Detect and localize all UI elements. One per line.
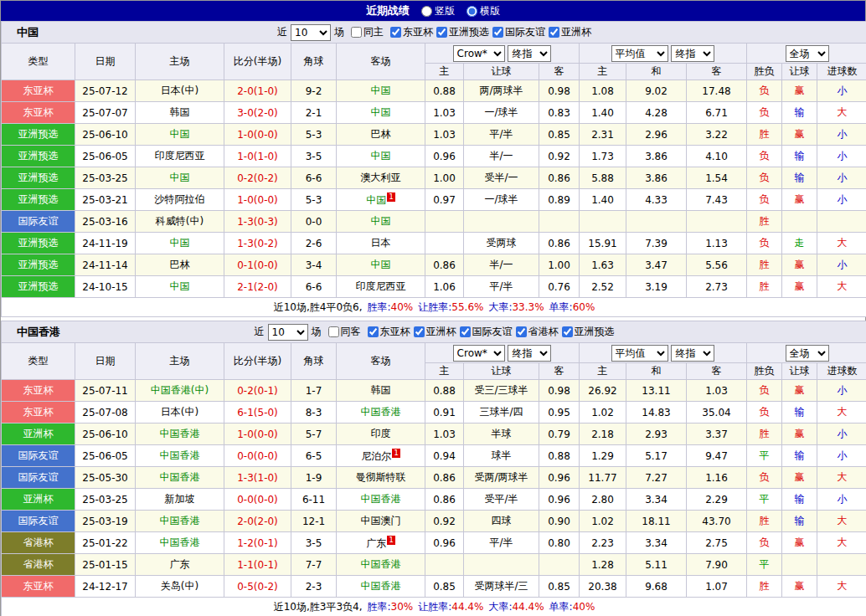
cell-euro-home: 15.91 — [580, 233, 626, 254]
games-count-select[interactable]: 10 — [291, 24, 331, 41]
recent-results-panel: 近期战绩 竖版 横版 中国 近 10 — [0, 0, 866, 616]
col-home: 主场 — [136, 343, 224, 380]
average-odds-select[interactable]: 平均值 — [611, 345, 668, 362]
competition-filter-checkbox[interactable] — [460, 326, 471, 337]
summary-stat-label: 单率: — [549, 601, 573, 613]
cell-date: 25-05-30 — [75, 467, 136, 489]
col-score: 比分(半场) — [224, 44, 291, 80]
near-label: 近 — [277, 25, 287, 39]
cell-odds-away: 0.96 — [539, 489, 580, 511]
competition-filter-checkbox[interactable] — [549, 27, 559, 38]
final-odds-select[interactable]: 终指 — [508, 345, 551, 362]
match-row: 亚洲预选24-11-19中国1-3(0-2)2-6日本受两球0.8615.917… — [2, 233, 866, 254]
competition-filter-checkbox[interactable] — [436, 27, 447, 38]
cell-away-team: 日本 — [337, 233, 425, 254]
cell-handicap-result: 输 — [782, 146, 817, 167]
cell-away-team: 韩国 — [337, 380, 425, 402]
cell-score: 0-2(0-2) — [224, 167, 291, 189]
competition-filter[interactable]: 国际友谊 — [456, 325, 513, 339]
competition-filter-checkbox[interactable] — [562, 326, 573, 337]
team-name: 中国香港 — [361, 580, 401, 592]
cell-odds-away: 0.92 — [539, 146, 580, 167]
cell-euro-draw — [626, 211, 687, 233]
layout-radio-vertical[interactable]: 竖版 — [421, 4, 455, 18]
cell-away-team: 中国 — [337, 102, 425, 124]
cell-euro-draw: 7.27 — [626, 467, 687, 489]
layout-radio-horizontal-input[interactable] — [467, 6, 477, 17]
cell-odds-away: 1.00 — [539, 254, 580, 276]
cell-date: 25-07-12 — [75, 80, 136, 102]
competition-filter[interactable]: 亚洲杯 — [410, 325, 456, 339]
layout-radio-vertical-input[interactable] — [421, 6, 432, 17]
cell-corner: 5-3 — [291, 124, 337, 146]
competition-filter[interactable]: 国际友谊 — [489, 25, 545, 39]
competition-filter-checkbox[interactable] — [368, 326, 379, 337]
cell-date: 25-01-15 — [75, 554, 136, 576]
cell-goals-result: 小 — [817, 167, 866, 189]
cell-handicap-result: 赢 — [782, 467, 817, 489]
team-name: 中国 — [371, 215, 391, 227]
competition-filter[interactable]: 省港杯 — [513, 325, 559, 339]
col-home: 主场 — [136, 44, 224, 80]
cell-home-team: 日本(中) — [136, 402, 224, 424]
bookmaker-select[interactable]: Crow* — [453, 345, 505, 362]
cell-handicap-result: 赢 — [782, 576, 817, 598]
layout-horizontal-label: 横版 — [480, 4, 500, 18]
cell-euro-home: 1.28 — [580, 554, 626, 576]
match-type-badge: 亚洲预选 — [2, 276, 75, 298]
cell-odds-home — [425, 211, 464, 233]
competition-filter[interactable]: 东亚杯 — [387, 25, 433, 39]
cell-date: 25-07-08 — [75, 402, 136, 424]
cell-odds-home — [425, 554, 464, 576]
competition-filter[interactable]: 亚洲预选 — [433, 25, 489, 39]
same-side-filter[interactable]: 同客 — [325, 325, 361, 339]
cell-odds-handicap: 四球 — [464, 511, 539, 532]
final-euro-odds-select[interactable]: 终指 — [671, 345, 714, 362]
col-winloss: 胜负 — [747, 363, 782, 380]
fulltime-select[interactable]: 全场 — [786, 345, 829, 362]
layout-radio-horizontal[interactable]: 横版 — [467, 4, 500, 18]
cell-corner: 6-11 — [291, 489, 337, 511]
competition-filter[interactable]: 东亚杯 — [364, 325, 410, 339]
col-handicap-result: 让球 — [782, 64, 817, 80]
topbar: 近期战绩 竖版 横版 — [1, 1, 865, 21]
cell-euro-home: 1.08 — [580, 80, 626, 102]
games-label: 场 — [312, 325, 322, 339]
team-name: 沙特阿拉伯 — [155, 193, 205, 205]
cell-euro-draw: 3.86 — [626, 167, 687, 189]
col-euro-home: 主 — [580, 363, 626, 380]
average-odds-select[interactable]: 平均值 — [611, 45, 668, 62]
competition-filter[interactable]: 亚洲杯 — [545, 25, 591, 39]
summary-row: 近10场,胜3平3负4,胜率:30%让胜率:44.4%大率:44.4%单率:40… — [2, 598, 866, 616]
same-side-checkbox[interactable] — [328, 326, 339, 337]
cell-date: 24-12-17 — [75, 576, 136, 598]
match-type-badge: 亚洲预选 — [2, 189, 75, 211]
asian-odds-select-cell: Crow* 终指 — [425, 44, 580, 64]
fulltime-select-cell: 全场 — [747, 343, 866, 363]
final-euro-odds-select[interactable]: 终指 — [671, 45, 714, 62]
cell-winloss: 胜 — [747, 254, 782, 276]
competition-filter-checkbox[interactable] — [516, 326, 527, 337]
competition-filter-checkbox[interactable] — [492, 27, 503, 38]
same-side-filter[interactable]: 同主 — [348, 25, 384, 39]
match-row: 国际友谊25-05-30中国香港1-3(1-0)1-9曼彻斯特联0.86受两/两… — [2, 467, 866, 489]
bookmaker-select[interactable]: Crow* — [453, 45, 505, 62]
competition-filter[interactable]: 亚洲预选 — [559, 325, 615, 339]
games-count-select[interactable]: 10 — [268, 324, 308, 341]
same-side-checkbox[interactable] — [351, 27, 362, 38]
cell-corner: 6-6 — [291, 276, 337, 298]
cell-away-team: 中国香港 — [337, 576, 425, 598]
competition-filter-checkbox[interactable] — [390, 27, 401, 38]
competition-filter-checkbox[interactable] — [414, 326, 425, 337]
summary-stat-value: 40% — [573, 601, 595, 613]
cell-away-team: 中国香港 — [337, 554, 425, 576]
final-odds-select[interactable]: 终指 — [508, 45, 551, 62]
cell-score: 1-3(1-0) — [224, 467, 291, 489]
team-name: 中国香港 — [361, 406, 401, 418]
match-row: 亚洲杯25-06-10中国香港1-0(0-0)5-7印度1.03半球0.792.… — [2, 424, 866, 445]
fulltime-select[interactable]: 全场 — [786, 45, 829, 62]
col-odds-away: 客 — [539, 363, 580, 380]
cell-goals-result: 小 — [817, 489, 866, 511]
cell-winloss: 负 — [747, 102, 782, 124]
cell-goals-result: 大 — [817, 467, 866, 489]
